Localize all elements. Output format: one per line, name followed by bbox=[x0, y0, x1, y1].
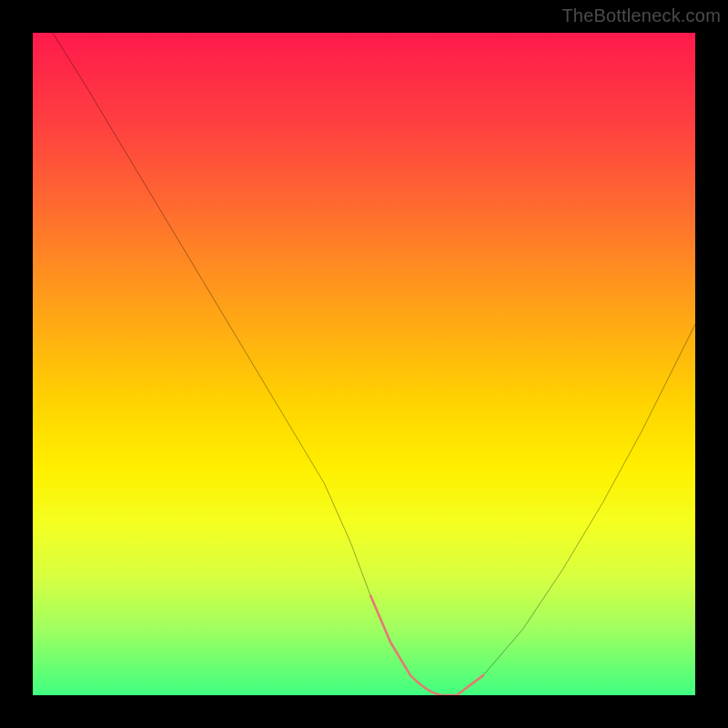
watermark-text: TheBottleneck.com bbox=[561, 5, 721, 26]
flat-bottom-highlight-line bbox=[370, 596, 483, 695]
bottleneck-curve-line bbox=[53, 33, 695, 695]
chart-svg bbox=[33, 33, 695, 695]
chart-gradient-plot bbox=[33, 33, 695, 695]
outer-black-frame: TheBottleneck.com bbox=[0, 0, 728, 728]
